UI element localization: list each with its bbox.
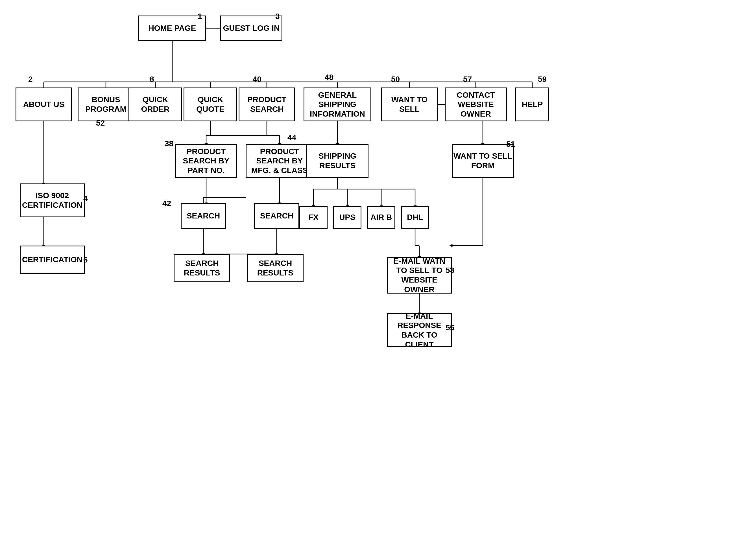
shipping-results-box: SHIPPING RESULTS bbox=[306, 144, 369, 178]
bonus-program-box: BONUS PROGRAM bbox=[78, 87, 134, 121]
want-to-sell-box: WANT TO SELL bbox=[381, 87, 438, 121]
help-box: HELP bbox=[515, 87, 549, 121]
search2-box: SEARCH bbox=[254, 203, 299, 229]
prod-search-mfg-box: PRODUCT SEARCH BY MFG. & CLASS bbox=[246, 144, 313, 178]
quick-quote-box: QUICK QUOTE bbox=[183, 87, 237, 121]
ref-57: 57 bbox=[463, 75, 472, 84]
about-us-box: ABOUT US bbox=[16, 87, 72, 121]
iso-cert-box: ISO 9002 CERTIFICATION bbox=[20, 183, 85, 217]
homepage-box: HOME PAGE bbox=[138, 16, 206, 41]
ref-4: 4 bbox=[83, 194, 88, 203]
ref-53: 53 bbox=[446, 266, 454, 275]
air-b-box: AIR B bbox=[367, 206, 395, 229]
ref-8: 8 bbox=[150, 75, 154, 84]
flowchart-diagram: HOME PAGE GUEST LOG IN ABOUT US BONUS PR… bbox=[0, 0, 735, 560]
ups-box: UPS bbox=[333, 206, 361, 229]
search1-box: SEARCH bbox=[181, 203, 226, 229]
ref-51: 51 bbox=[506, 140, 515, 149]
dhl-box: DHL bbox=[401, 206, 429, 229]
ref-42: 42 bbox=[162, 199, 171, 208]
product-search-box: PRODUCT SEARCH bbox=[238, 87, 295, 121]
ref-52: 52 bbox=[96, 119, 105, 128]
ref-50: 50 bbox=[391, 75, 400, 84]
email-response-box: E-MAIL RESPONSE BACK TO CLIENT bbox=[387, 313, 452, 347]
ref-55: 55 bbox=[446, 323, 454, 332]
ref-59: 59 bbox=[538, 75, 547, 84]
email-want-sell-box: E-MAIL WATN TO SELL TO WEBSITE OWNER bbox=[387, 257, 452, 294]
ref-3: 3 bbox=[275, 12, 280, 21]
guest-login-box: GUEST LOG IN bbox=[220, 16, 282, 41]
ref-40: 40 bbox=[253, 75, 261, 84]
svg-marker-58 bbox=[450, 244, 452, 247]
ref-1: 1 bbox=[198, 12, 202, 21]
certification-box: CERTIFICATION bbox=[20, 246, 85, 274]
ref-38: 38 bbox=[165, 139, 173, 148]
ref-2: 2 bbox=[28, 75, 33, 84]
ref-48: 48 bbox=[325, 73, 333, 82]
quick-order-box: QUICK ORDER bbox=[128, 87, 182, 121]
connector-lines bbox=[0, 0, 735, 560]
want-to-sell-form-box: WANT TO SELL FORM bbox=[452, 144, 514, 178]
ref-6: 6 bbox=[83, 255, 88, 264]
contact-owner-box: CONTACT WEBSITE OWNER bbox=[445, 87, 507, 121]
prod-search-part-box: PRODUCT SEARCH BY PART NO. bbox=[175, 144, 237, 178]
fx-box: FX bbox=[299, 206, 327, 229]
search-results2-box: SEARCH RESULTS bbox=[247, 254, 303, 282]
general-shipping-box: GENERAL SHIPPING INFORMATION bbox=[303, 87, 371, 121]
search-results1-box: SEARCH RESULTS bbox=[174, 254, 230, 282]
ref-44: 44 bbox=[287, 133, 296, 142]
